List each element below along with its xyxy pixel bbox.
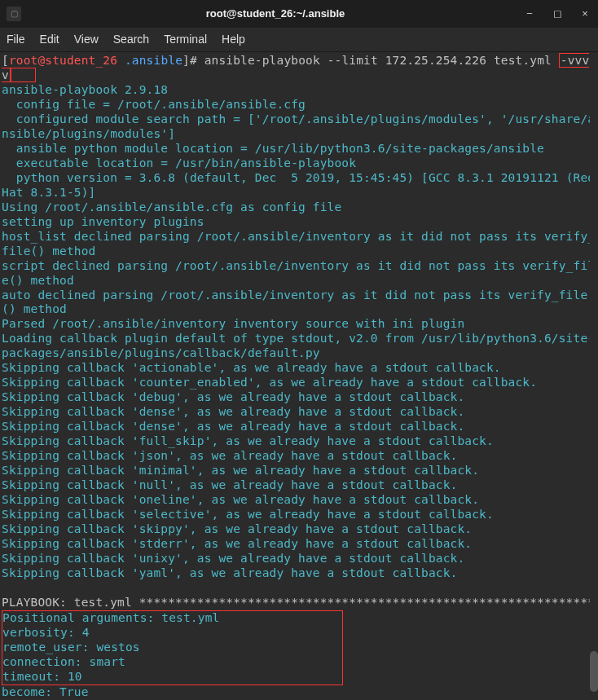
- boxed-line: timeout: 10: [2, 670, 82, 683]
- playbook-args-highlight: Positional arguments: test.yml verbosity…: [2, 610, 343, 685]
- output-line: host_list declined parsing /root/.ansibl…: [2, 230, 595, 258]
- skip-line: Skipping callback 'debug', as we already…: [2, 390, 464, 403]
- output-line: Parsed /root/.ansible/inventory inventor…: [2, 317, 464, 330]
- output-line: Loading callback plugin default of type …: [2, 332, 595, 359]
- verbose-flag-cursor: [11, 68, 36, 82]
- scrollbar[interactable]: [590, 52, 598, 700]
- scrollbar-thumb[interactable]: [590, 651, 598, 692]
- skip-line: Skipping callback 'null', as we already …: [2, 478, 457, 491]
- terminal-icon: ▢: [7, 7, 21, 21]
- terminal-content[interactable]: [root@student_26 .ansible]# ansible-play…: [0, 52, 598, 700]
- output-line: auto declined parsing /root/.ansible/inv…: [2, 288, 587, 316]
- prompt-space: [117, 54, 125, 67]
- skip-line: Skipping callback 'skippy', as we alread…: [2, 522, 472, 535]
- output-line: ansible python module location = /usr/li…: [2, 142, 544, 155]
- boxed-line: Positional arguments: test.yml: [2, 611, 219, 624]
- skip-line: Skipping callback 'json', as we already …: [2, 449, 457, 462]
- titlebar: ▢ root@student_26:~/.ansible − ◻ ×: [0, 0, 598, 28]
- menu-terminal[interactable]: Terminal: [164, 33, 207, 46]
- prompt-close-bracket: ]: [182, 54, 190, 67]
- prompt-user-host: root@student_26: [9, 54, 117, 67]
- prompt-open-bracket: [: [2, 54, 9, 67]
- prompt-hash: #: [190, 54, 197, 67]
- skip-line: Skipping callback 'actionable', as we al…: [2, 361, 501, 374]
- window-controls: − ◻ ×: [523, 7, 591, 20]
- skip-line: Skipping callback 'minimal', as we alrea…: [2, 464, 479, 477]
- skip-line: Skipping callback 'selective', as we alr…: [2, 508, 494, 521]
- menu-help[interactable]: Help: [222, 33, 245, 46]
- minimize-button[interactable]: −: [523, 7, 536, 20]
- maximize-button[interactable]: ◻: [551, 7, 564, 20]
- skip-line: Skipping callback 'counter_enabled', as …: [2, 376, 537, 389]
- output-line: ansible-playbook 2.9.18: [2, 83, 168, 96]
- skip-line: Skipping callback 'stderr', as we alread…: [2, 537, 472, 550]
- menubar: File Edit View Search Terminal Help: [0, 28, 598, 52]
- skip-line: Skipping callback 'oneline', as we alrea…: [2, 493, 479, 506]
- output-line: executable location = /usr/bin/ansible-p…: [2, 156, 356, 169]
- output-line: python version = 3.6.8 (default, Dec 5 2…: [2, 171, 598, 199]
- menu-view[interactable]: View: [74, 33, 99, 46]
- output-line: script declined parsing /root/.ansible/i…: [2, 259, 595, 287]
- menu-search[interactable]: Search: [113, 33, 149, 46]
- boxed-line: remote_user: westos: [2, 641, 140, 654]
- output-line: config file = /root/.ansible/ansible.cfg: [2, 98, 306, 111]
- command-text: ansible-playbook --limit 172.25.254.226 …: [197, 54, 559, 67]
- prompt-path: .ansible: [125, 54, 182, 67]
- output-line: setting up inventory plugins: [2, 215, 204, 228]
- menu-file[interactable]: File: [7, 33, 25, 46]
- skip-line: Skipping callback 'unixy', as we already…: [2, 552, 464, 565]
- skip-line: Skipping callback 'dense', as we already…: [2, 420, 464, 433]
- window-title: root@student_26:~/.ansible: [28, 7, 523, 20]
- menu-edit[interactable]: Edit: [40, 33, 59, 46]
- skip-line: Skipping callback 'dense', as we already…: [2, 405, 464, 418]
- skip-line: Skipping callback 'yaml', as we already …: [2, 566, 457, 579]
- skip-line: Skipping callback 'full_skip', as we alr…: [2, 434, 494, 447]
- output-line: configured module search path = ['/root/…: [2, 112, 595, 140]
- playbook-header: PLAYBOOK: test.yml *********************…: [2, 596, 595, 609]
- boxed-line: connection: smart: [2, 655, 125, 668]
- output-line: Using /root/.ansible/ansible.cfg as conf…: [2, 200, 341, 214]
- boxed-line: verbosity: 4: [2, 626, 90, 639]
- after-box-line: become: True: [2, 685, 89, 698]
- close-button[interactable]: ×: [578, 7, 591, 20]
